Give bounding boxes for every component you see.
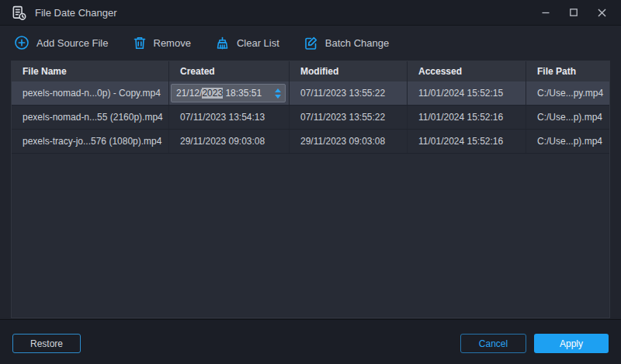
broom-icon bbox=[215, 36, 230, 50]
table-header: File Name Created Modified Accessed File… bbox=[12, 61, 609, 81]
edit-square-icon bbox=[304, 36, 318, 50]
cell-accessed: 11/01/2024 15:52:16 bbox=[408, 130, 526, 153]
clear-list-label: Clear List bbox=[237, 37, 279, 49]
minimize-icon[interactable] bbox=[534, 2, 557, 23]
maximize-icon[interactable] bbox=[562, 2, 585, 23]
date-segment: 18:35:51 bbox=[223, 88, 262, 99]
file-table: File Name Created Modified Accessed File… bbox=[11, 61, 610, 318]
clear-list-button[interactable]: Clear List bbox=[215, 36, 279, 50]
cancel-button[interactable]: Cancel bbox=[460, 334, 526, 353]
cell-file-name: pexels-nomad-n...55 (2160p).mp4 bbox=[12, 106, 169, 129]
cell-file-name: pexels-tracy-jo...576 (1080p).mp4 bbox=[12, 130, 169, 153]
title-bar: File Date Changer bbox=[0, 0, 621, 26]
table-row[interactable]: pexels-nomad-n...0p) - Copy.mp4 21/12/20… bbox=[12, 81, 609, 106]
remove-label: Remove bbox=[154, 37, 191, 49]
column-header-file-name: File Name bbox=[12, 61, 169, 81]
column-header-file-path: File Path bbox=[526, 61, 609, 81]
date-segment-selected: 2023 bbox=[202, 88, 223, 99]
add-circle-icon bbox=[14, 35, 29, 50]
created-date-editor[interactable]: 21/12/2023 18:35:51 bbox=[171, 84, 286, 102]
apply-button[interactable]: Apply bbox=[534, 334, 609, 353]
column-header-accessed: Accessed bbox=[408, 61, 526, 81]
add-source-file-button[interactable]: Add Source File bbox=[14, 35, 109, 50]
cell-modified: 07/11/2023 13:55:22 bbox=[290, 106, 408, 129]
restore-button[interactable]: Restore bbox=[12, 334, 81, 353]
column-header-modified: Modified bbox=[290, 61, 408, 81]
cell-accessed: 11/01/2024 15:52:15 bbox=[408, 81, 526, 105]
app-logo-icon bbox=[11, 5, 27, 21]
cell-created: 07/11/2023 13:54:13 bbox=[169, 106, 290, 129]
table-row[interactable]: pexels-tracy-jo...576 (1080p).mp4 29/11/… bbox=[12, 130, 609, 154]
table-row[interactable]: pexels-nomad-n...55 (2160p).mp4 07/11/20… bbox=[12, 106, 609, 130]
batch-change-label: Batch Change bbox=[325, 37, 389, 49]
cell-file-name: pexels-nomad-n...0p) - Copy.mp4 bbox=[12, 81, 169, 105]
toolbar: Add Source File Remove Clea bbox=[0, 26, 621, 59]
cell-created: 21/12/2023 18:35:51 bbox=[169, 81, 290, 105]
cell-accessed: 11/01/2024 15:52:16 bbox=[408, 106, 526, 129]
app-window: File Date Changer Add Source File bbox=[0, 0, 621, 364]
add-source-file-label: Add Source File bbox=[36, 37, 109, 49]
remove-button[interactable]: Remove bbox=[133, 36, 191, 50]
spin-down-button[interactable] bbox=[275, 95, 281, 99]
cell-file-path: C:/Use...p).mp4 bbox=[526, 106, 609, 129]
date-spinner bbox=[273, 88, 283, 99]
spin-up-button[interactable] bbox=[275, 88, 281, 92]
cell-modified: 07/11/2023 13:55:22 bbox=[290, 81, 408, 105]
window-controls bbox=[534, 2, 613, 23]
close-icon[interactable] bbox=[590, 2, 613, 23]
cell-modified: 29/11/2023 09:03:08 bbox=[290, 130, 408, 153]
cell-created: 29/11/2023 09:03:08 bbox=[169, 130, 290, 153]
cell-file-path: C:/Use...p).mp4 bbox=[526, 130, 609, 153]
footer-bar: Restore Cancel Apply bbox=[0, 319, 621, 364]
batch-change-button[interactable]: Batch Change bbox=[304, 36, 389, 50]
trash-icon bbox=[133, 36, 147, 50]
column-header-created: Created bbox=[169, 61, 290, 81]
window-title: File Date Changer bbox=[35, 7, 117, 19]
cell-file-path: C:/Use...py.mp4 bbox=[526, 81, 609, 105]
date-segment: 21/12/ bbox=[176, 88, 202, 99]
